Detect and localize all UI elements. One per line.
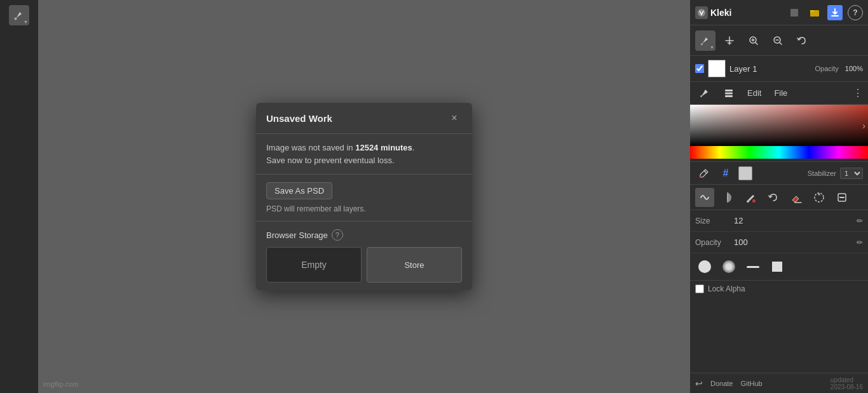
brush-tool-btn[interactable]: ▼: [9, 5, 29, 25]
size-edit-icon[interactable]: ✏: [857, 216, 863, 225]
modal-title: Unsaved Work: [266, 113, 447, 124]
svg-rect-2: [790, 9, 798, 17]
more-options-button[interactable]: ⋮: [853, 87, 863, 99]
layer-visibility-checkbox[interactable]: [695, 64, 704, 73]
color-picker-area[interactable]: ›: [690, 105, 868, 162]
color-swatch[interactable]: [738, 166, 752, 180]
open-file-button[interactable]: [807, 5, 822, 20]
soft-circle-shape-icon: [722, 260, 735, 273]
github-button[interactable]: GitHub: [740, 380, 762, 387]
new-document-button[interactable]: [787, 5, 802, 20]
undo-bottom-icon[interactable]: ↩: [695, 378, 703, 389]
lock-alpha-label: Lock Alpha: [708, 284, 745, 293]
topbar-icons: ?: [787, 5, 863, 20]
selection-tool[interactable]: [810, 188, 829, 207]
color-hue-bar[interactable]: [690, 146, 868, 159]
color-saturation-gradient[interactable]: ›: [690, 105, 868, 146]
paint-brush-tool[interactable]: ▼: [695, 30, 715, 51]
file-button[interactable]: File: [770, 87, 791, 99]
eraser-tool[interactable]: [787, 188, 806, 207]
kleki-logo-icon: [695, 6, 708, 19]
clear-tool[interactable]: [832, 188, 851, 207]
save-as-psd-button[interactable]: Save As PSD: [266, 182, 332, 199]
color-picker-arrow: ›: [862, 121, 865, 131]
brush-subarrow: ▼: [24, 20, 28, 24]
opacity-input[interactable]: [734, 237, 853, 247]
storage-store-button[interactable]: Store: [367, 247, 462, 283]
zoom-in-tool[interactable]: [743, 30, 764, 51]
layer-settings-button[interactable]: [719, 84, 738, 102]
square-shape-button[interactable]: [768, 257, 787, 276]
save-file-button[interactable]: [827, 5, 843, 20]
layer-thumbnail: [708, 60, 726, 77]
brush-tools-row: [690, 185, 868, 210]
modal-browser-storage-section: Browser Storage ? Empty Store: [256, 222, 472, 290]
bottom-bar: ↩ Donate GitHub updated 2023-08-16: [690, 373, 868, 393]
brush-settings-button[interactable]: [695, 84, 714, 102]
edit-file-row: Edit File ⋮: [690, 82, 868, 105]
svg-rect-15: [752, 199, 756, 203]
opacity-row: Opacity ✏: [690, 232, 868, 253]
fill-tool[interactable]: [741, 188, 760, 207]
brush-shape-row: [690, 253, 868, 281]
soft-circle-shape-button[interactable]: [719, 257, 738, 276]
modal-body: Image was not saved in 12524 minutes. Sa…: [256, 134, 472, 175]
donate-button[interactable]: Donate: [710, 380, 733, 387]
modal-header: Unsaved Work ×: [256, 103, 472, 134]
size-row: Size ✏: [690, 210, 868, 232]
size-input[interactable]: [734, 216, 853, 225]
save-psd-description: PSD will remember all layers.: [266, 204, 462, 213]
eyedropper-tool[interactable]: [695, 164, 713, 182]
left-toolbar: ▼: [0, 0, 38, 393]
kleki-logo: Kleki: [695, 6, 731, 19]
svg-rect-13: [725, 95, 733, 97]
color-tools-row: # Stabilizer 1 2 3 5 10: [690, 162, 868, 185]
storage-empty-button[interactable]: Empty: [266, 247, 362, 283]
right-topbar: Kleki ?: [690, 0, 868, 25]
help-button[interactable]: ?: [848, 5, 863, 20]
svg-rect-12: [725, 92, 733, 94]
updated-label: updated: [831, 376, 853, 383]
line-shape-icon: [747, 266, 759, 268]
svg-point-10: [700, 95, 702, 97]
layer-name-label: Layer 1: [729, 64, 811, 74]
lock-alpha-row: Lock Alpha: [690, 281, 868, 297]
svg-rect-11: [725, 90, 733, 91]
zoom-out-tool[interactable]: [768, 30, 788, 51]
svg-rect-6: [831, 15, 839, 17]
smooth-brush-tool[interactable]: [695, 188, 714, 207]
edit-button[interactable]: Edit: [743, 87, 765, 99]
storage-buttons: Empty Store: [266, 247, 462, 283]
updated-date: 2023-08-16: [831, 383, 863, 390]
feather-brush-tool[interactable]: [718, 188, 737, 207]
canvas-area: imgflip.com Unsaved Work × Image was not…: [38, 0, 690, 393]
modal-close-button[interactable]: ×: [447, 110, 462, 126]
tools-row: ▼: [690, 25, 868, 56]
svg-point-7: [701, 43, 703, 45]
opacity-value: 100%: [845, 65, 863, 72]
lock-alpha-checkbox[interactable]: [695, 284, 704, 293]
right-panel: Kleki ?: [690, 0, 868, 393]
browser-storage-help-icon[interactable]: ?: [332, 229, 343, 241]
storage-label: Browser Storage: [266, 230, 328, 240]
kleki-logo-text: Kleki: [710, 8, 731, 18]
svg-rect-5: [810, 10, 814, 12]
svg-point-0: [15, 18, 17, 20]
opacity-field-label: Opacity: [695, 238, 730, 247]
pan-tool[interactable]: [719, 30, 740, 51]
storage-header: Browser Storage ?: [266, 229, 462, 241]
size-label: Size: [695, 216, 730, 225]
opacity-edit-icon[interactable]: ✏: [857, 238, 863, 247]
modal-overlay: Unsaved Work × Image was not saved in 12…: [38, 0, 690, 393]
stabilizer-label: Stabilizer: [808, 170, 836, 177]
hash-color-button[interactable]: #: [717, 164, 735, 182]
modal-minutes: 12524 minutes: [355, 143, 412, 152]
svg-point-14: [700, 176, 702, 177]
undo-tool[interactable]: [792, 30, 812, 51]
modal-message: Image was not saved in 12524 minutes. Sa…: [266, 142, 462, 166]
line-shape-button[interactable]: [743, 257, 763, 276]
modal-save-psd-section: Save As PSD PSD will remember all layers…: [256, 175, 472, 222]
undo-btn-brush[interactable]: [764, 188, 783, 207]
circle-shape-button[interactable]: [695, 257, 714, 276]
stabilizer-select[interactable]: 1 2 3 5 10: [840, 168, 863, 179]
